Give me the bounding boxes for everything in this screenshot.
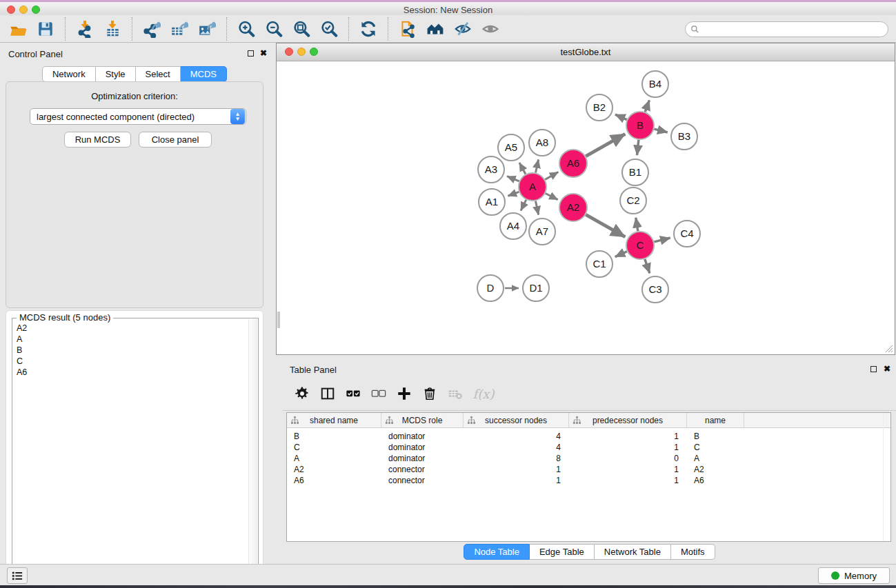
show-panels-list-button[interactable] <box>7 567 28 584</box>
graph-edge-B-B1[interactable] <box>637 140 639 155</box>
cell: A6 <box>287 475 381 486</box>
network-canvas[interactable]: AA1A2A3A4A5A6A7A8BB1B2B3B4CC1C2C3C4DD1 <box>277 61 895 354</box>
zoom-fit-icon[interactable] <box>290 17 313 41</box>
import-table-icon[interactable] <box>101 17 124 41</box>
memory-status-icon <box>831 571 839 580</box>
result-item[interactable]: C <box>15 356 246 367</box>
app-title: Session: New Session <box>0 5 896 15</box>
show-panels-icon[interactable] <box>479 17 502 41</box>
select-all-icon[interactable] <box>342 383 364 405</box>
search-input[interactable] <box>703 23 888 36</box>
result-scrollbar[interactable] <box>248 319 257 588</box>
graph-edge-A-A8[interactable] <box>535 159 538 172</box>
graph-edge-A-A5[interactable] <box>519 163 526 174</box>
table-scrollbar[interactable] <box>883 413 884 541</box>
table-row-A[interactable]: Adominator80A <box>287 453 890 464</box>
cell: C <box>287 442 381 453</box>
optimization-select[interactable]: largest connected component (directed) ▲… <box>30 108 246 125</box>
cell: B <box>687 431 744 442</box>
graph-node-label: C <box>637 239 644 251</box>
close-panel-icon[interactable]: ✖ <box>260 48 267 58</box>
result-item[interactable]: B <box>15 345 246 356</box>
hide-panels-icon[interactable] <box>451 17 475 41</box>
column-header-shared-name[interactable]: shared name <box>287 413 381 428</box>
graph-edge-A2-C[interactable] <box>586 214 625 236</box>
zoom-in-icon[interactable] <box>235 17 258 41</box>
cell: 4 <box>464 442 569 453</box>
home-icon[interactable] <box>424 17 447 41</box>
graph-edge-B-B3[interactable] <box>654 129 667 132</box>
mcds-result-list: A2ABCA6 <box>15 323 246 587</box>
export-image-icon[interactable] <box>195 17 219 41</box>
column-header-predecessor-nodes[interactable]: predecessor nodes <box>569 413 687 428</box>
toolbar-separator <box>348 17 349 41</box>
graph-node-label: A7 <box>536 225 548 237</box>
table-row-C[interactable]: Cdominator41C <box>287 442 890 453</box>
graph-edge-A-A2[interactable] <box>546 194 558 200</box>
graph-node-label: B <box>637 119 644 131</box>
tab-select[interactable]: Select <box>136 66 181 82</box>
table-row-A6[interactable]: A6connector11A6 <box>287 475 890 486</box>
graph-node-label: D1 <box>529 282 542 294</box>
new-network-from-file-icon[interactable] <box>396 17 419 41</box>
delete-row-icon[interactable] <box>419 383 441 405</box>
result-item[interactable]: A <box>15 334 246 345</box>
import-network-icon[interactable] <box>73 17 97 41</box>
cell: 0 <box>569 453 687 464</box>
graph-node-label: A6 <box>567 157 579 169</box>
open-session-icon[interactable] <box>6 17 30 41</box>
table-row-A2[interactable]: A2connector11A2 <box>287 464 890 475</box>
graph-edge-A-A6[interactable] <box>545 172 558 179</box>
graph-edge-B-B2[interactable] <box>615 114 627 119</box>
graph-edge-C-C1[interactable] <box>615 252 627 257</box>
zoom-selected-icon[interactable] <box>317 17 341 41</box>
table-row-B[interactable]: Bdominator41B <box>287 431 890 442</box>
result-item[interactable]: A6 <box>15 367 246 378</box>
tab-style[interactable]: Style <box>96 66 136 82</box>
cell: connector <box>381 464 464 475</box>
column-header-name[interactable]: name <box>687 413 744 428</box>
float-table-panel-icon[interactable] <box>870 366 877 372</box>
deselect-all-icon[interactable] <box>368 383 390 405</box>
add-row-icon[interactable] <box>393 383 415 405</box>
memory-button[interactable]: Memory <box>818 567 890 584</box>
close-panel-button[interactable]: Close panel <box>139 132 212 148</box>
settings-icon[interactable] <box>291 383 313 405</box>
graph-edge-A-A3[interactable] <box>507 176 519 181</box>
search-box[interactable] <box>685 21 888 37</box>
resize-grip-icon[interactable] <box>884 343 893 353</box>
tab-mcds[interactable]: MCDS <box>181 66 227 82</box>
graph-node-label: A <box>529 181 536 192</box>
network-window-titlebar[interactable]: testGlobe.txt <box>277 43 895 61</box>
tab-node-table[interactable]: Node Table <box>464 544 530 560</box>
zoom-out-icon[interactable] <box>262 17 286 41</box>
float-panel-icon[interactable] <box>248 50 254 57</box>
toolbar-separator <box>226 17 227 41</box>
result-item[interactable]: A2 <box>15 323 246 334</box>
graph-edge-C-C2[interactable] <box>636 218 638 232</box>
graph-edge-A6-B[interactable] <box>586 134 625 156</box>
mcds-result-group: MCDS result (5 nodes) A2ABCA6 <box>12 318 259 588</box>
column-header-successor-nodes[interactable]: successor nodes <box>464 413 569 428</box>
graph-edge-A-A1[interactable] <box>508 192 519 196</box>
export-network-icon[interactable] <box>140 17 163 41</box>
tab-network[interactable]: Network <box>42 66 96 82</box>
refresh-icon[interactable] <box>357 17 380 41</box>
graph-edge-A-A4[interactable] <box>521 200 526 211</box>
tab-motifs[interactable]: Motifs <box>671 544 715 560</box>
close-table-panel-icon[interactable]: ✖ <box>884 364 890 374</box>
graph-edge-C-C4[interactable] <box>654 238 670 242</box>
save-session-icon[interactable] <box>34 17 57 41</box>
column-header-MCDS-role[interactable]: MCDS role <box>381 413 464 428</box>
export-table-icon[interactable] <box>168 17 191 41</box>
graph-edge-B-B4[interactable] <box>645 100 649 112</box>
run-mcds-button[interactable]: Run MCDS <box>64 132 131 148</box>
tab-edge-table[interactable]: Edge Table <box>530 544 595 560</box>
mcds-result-card: MCDS result (5 nodes) A2ABCA6 <box>6 310 263 588</box>
control-panel: Control Panel ✖ NetworkStyleSelectMCDS O… <box>0 43 269 564</box>
columns-icon[interactable] <box>317 383 339 405</box>
graph-edge-C-C3[interactable] <box>645 259 650 273</box>
delete-table-icon <box>444 383 466 405</box>
tab-network-table[interactable]: Network Table <box>595 544 671 560</box>
graph-edge-A-A7[interactable] <box>535 201 538 215</box>
